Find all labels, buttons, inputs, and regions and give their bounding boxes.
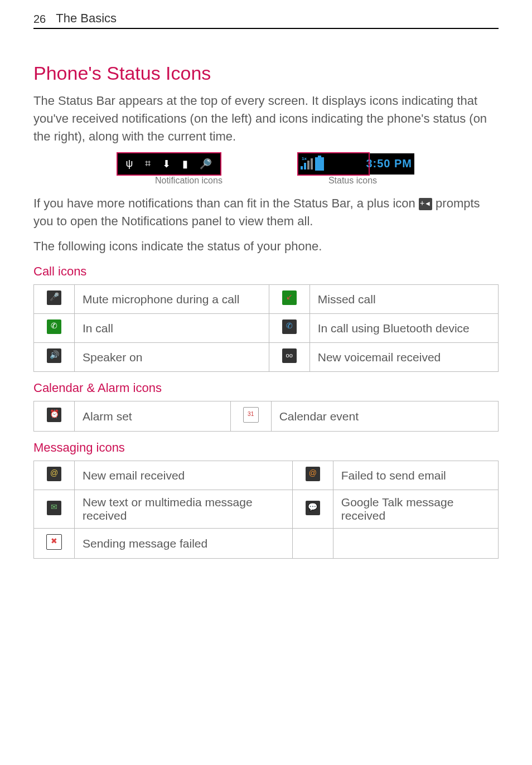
- plus-paragraph: If you have more notifications than can …: [33, 195, 499, 230]
- clock: 3:50 PM: [366, 157, 412, 170]
- empty-label: [333, 529, 498, 559]
- sms-label: New text or multimedia message received: [75, 490, 293, 529]
- sms-fail-icon: ✖: [46, 534, 62, 550]
- intro-paragraph: The Status Bar appears at the top of eve…: [33, 92, 499, 146]
- email-fail-label: Failed to send email: [333, 461, 498, 490]
- call-table: 🎤 Mute microphone during a call ↙ Missed…: [33, 284, 499, 372]
- status-bar-illustration: ψ ⌗ ⬇ ▮ 🔍 1x 3:50 PM: [33, 153, 499, 175]
- calendar-heading: Calendar & Alarm icons: [33, 381, 499, 395]
- table-row: @ New email received @ Failed to send em…: [34, 461, 499, 490]
- messaging-heading: Messaging icons: [33, 440, 499, 455]
- table-row: 🔊 Speaker on oo New voicemail received: [34, 343, 499, 372]
- mic-mute-label: Mute microphone during a call: [75, 285, 269, 314]
- voicemail-icon: oo: [282, 348, 297, 363]
- page-header: 26 The Basics: [33, 11, 499, 29]
- section-title: The Basics: [56, 11, 117, 26]
- speaker-label: Speaker on: [75, 343, 269, 372]
- email-label: New email received: [75, 461, 293, 490]
- notification-caption: Notification icons: [155, 176, 223, 186]
- calendar-label: Calendar event: [271, 401, 498, 432]
- email-icon: @: [47, 467, 61, 481]
- table-row: 🎤 Mute microphone during a call ↙ Missed…: [34, 285, 499, 314]
- alarm-label: Alarm set: [75, 401, 231, 432]
- mic-mute-icon: 🎤: [47, 290, 61, 305]
- table-row: ✉ New text or multimedia message receive…: [34, 490, 499, 529]
- talk-label: Google Talk message received: [333, 490, 498, 529]
- calendar-icon: 31: [243, 407, 259, 423]
- missed-call-label: Missed call: [309, 285, 498, 314]
- table-row: ✆ In call ✆ In call using Bluetooth devi…: [34, 314, 499, 343]
- call-heading: Call icons: [33, 264, 499, 279]
- page-title: Phone's Status Icons: [33, 62, 499, 84]
- sms-icon: ✉: [47, 501, 61, 515]
- voicemail-label: New voicemail received: [309, 343, 498, 372]
- talk-icon: 💬: [306, 501, 320, 515]
- table-row: ⏰ Alarm set 31 Calendar event: [34, 401, 499, 432]
- caption-row: Notification icons Status icons: [33, 176, 499, 186]
- in-call-icon: ✆: [47, 319, 61, 334]
- page-number: 26: [33, 13, 46, 26]
- notification-outline: [117, 152, 221, 176]
- speaker-icon: 🔊: [47, 348, 61, 363]
- in-call-label: In call: [75, 314, 269, 343]
- messaging-table: @ New email received @ Failed to send em…: [33, 461, 499, 559]
- table-row: ✖ Sending message failed: [34, 529, 499, 559]
- status-outline: [297, 152, 370, 176]
- plus-text-a: If you have more notifications than can …: [33, 196, 419, 210]
- bt-call-label: In call using Bluetooth device: [309, 314, 498, 343]
- calendar-table: ⏰ Alarm set 31 Calendar event: [33, 401, 499, 432]
- bt-call-icon: ✆: [282, 319, 297, 334]
- missed-call-icon: ↙: [282, 290, 297, 305]
- sms-fail-label: Sending message failed: [75, 529, 293, 559]
- body2: The following icons indicate the status …: [33, 238, 499, 255]
- status-caption: Status icons: [328, 176, 377, 186]
- plus-icon: [419, 198, 432, 210]
- email-fail-icon: @: [306, 467, 320, 481]
- empty-icon-cell: [292, 529, 333, 559]
- alarm-icon: ⏰: [47, 408, 61, 422]
